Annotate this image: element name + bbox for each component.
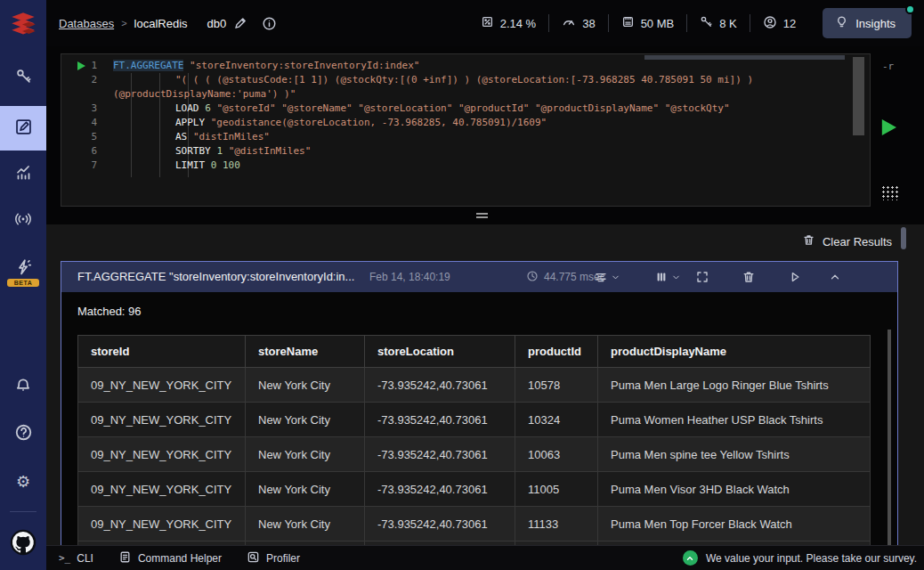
table-view-button[interactable]: [654, 262, 681, 292]
column-header[interactable]: storeId: [78, 336, 246, 368]
sidebar-item-notifications[interactable]: [0, 365, 46, 410]
code-lines[interactable]: 1FT.AGGREGATE "storeInventory:storeInven…: [61, 59, 848, 173]
command-helper-button[interactable]: Command Helper: [106, 546, 234, 570]
clear-results-button[interactable]: Clear Results: [798, 230, 896, 253]
line-number: 5: [61, 130, 113, 144]
results-table: storeIdstoreNamestoreLocationproductIdpr…: [77, 335, 871, 545]
raw-mode-toggle[interactable]: -r: [882, 61, 894, 72]
key-icon: [15, 68, 32, 88]
survey-link[interactable]: We value your input. Please take our sur…: [683, 550, 917, 566]
column-header[interactable]: storeName: [246, 336, 365, 368]
code-line[interactable]: 5AS "distInMiles": [61, 130, 848, 144]
table-cell: -73.935242,40.73061: [365, 403, 515, 437]
sidebar-item-analytics[interactable]: [0, 151, 46, 196]
insights-button[interactable]: Insights: [823, 8, 912, 38]
bell-icon: [14, 377, 32, 398]
pane-divider[interactable]: [46, 207, 924, 224]
insights-notification-dot: [905, 4, 915, 14]
editor-resize-handle-icon[interactable]: [881, 185, 898, 200]
info-icon[interactable]: [262, 16, 277, 31]
table-row[interactable]: 09_NY_NEW_YORK_CITYNew York City-73.9352…: [78, 437, 871, 472]
rerun-query-button[interactable]: [788, 262, 802, 292]
memory-icon: [621, 15, 635, 31]
table-cell: 09_NY_NEW_YORK_CITY: [78, 507, 246, 542]
db-index: db0: [207, 17, 227, 30]
card-scrollbar[interactable]: [888, 330, 891, 545]
gear-icon: ⚙: [16, 474, 30, 490]
document-icon: [118, 550, 132, 566]
column-header[interactable]: productDisplayName: [598, 336, 871, 368]
sidebar-item-browser[interactable]: [0, 55, 46, 100]
chevron-down-icon: [671, 273, 681, 282]
query-title: FT.AGGREGATE "storeInventory:storeInvent…: [77, 262, 354, 292]
profiler-search-icon: [247, 550, 260, 566]
table-cell: -73.935242,40.73061: [365, 507, 515, 542]
edit-database-icon[interactable]: [233, 16, 247, 30]
line-number: 7: [61, 159, 113, 173]
table-cell: 10324: [515, 403, 598, 437]
sidebar-item-workbench[interactable]: [0, 106, 46, 151]
chevron-down-icon: [611, 273, 620, 282]
survey-icon: [683, 550, 698, 566]
code-line[interactable]: 3LOAD 6 "@storeId" "@storeName" "@storeL…: [61, 102, 848, 116]
code-line[interactable]: (@productDisplayName:'puma') )": [61, 87, 848, 102]
query-timestamp: Feb 14, 18:40:19: [369, 262, 450, 292]
help-icon: [14, 423, 33, 445]
sidebar-item-settings[interactable]: ⚙: [0, 460, 46, 504]
view-mode-button[interactable]: [594, 262, 620, 292]
code-text: LOAD 6 "@storeId" "@storeName" "@storeLo…: [113, 102, 730, 116]
delete-result-button[interactable]: [742, 262, 756, 292]
table-row[interactable]: 09_NY_NEW_YORK_CITYNew York City-73.9352…: [78, 403, 871, 437]
fullscreen-icon: [695, 270, 709, 284]
results-table-head: storeIdstoreNamestoreLocationproductIdpr…: [78, 336, 871, 368]
minimap-viewport: [644, 55, 845, 60]
sidebar-item-github[interactable]: [0, 522, 46, 566]
commands-per-sec-value: 38: [582, 17, 595, 30]
sidebar-item-help[interactable]: [0, 411, 46, 456]
code-line[interactable]: 4APPLY "geodistance(@storeLocation, -73.…: [61, 116, 848, 130]
results-scrollbar[interactable]: [901, 227, 906, 249]
run-query-button[interactable]: [878, 116, 901, 139]
profiler-button[interactable]: Profiler: [234, 546, 312, 570]
github-icon: [10, 529, 36, 559]
clear-results-label: Clear Results: [823, 235, 892, 248]
table-cell: New York City: [246, 403, 365, 437]
breadcrumb-databases-link[interactable]: Databases: [59, 17, 114, 30]
table-cell: -73.935242,40.73061: [365, 472, 515, 507]
line-number: 4: [61, 116, 113, 130]
column-header[interactable]: storeLocation: [365, 336, 515, 368]
chevron-up-icon: [829, 271, 841, 283]
collapse-result-button[interactable]: [829, 262, 841, 292]
fullscreen-button[interactable]: [695, 262, 709, 292]
code-line[interactable]: 7LIMIT 0 100: [61, 159, 848, 173]
redis-logo-icon: [8, 12, 38, 40]
redis-logo[interactable]: [0, 0, 46, 52]
cli-button[interactable]: >_ CLI: [46, 546, 106, 570]
code-text: (@productDisplayName:'puma') )": [113, 87, 296, 102]
database-metrics: 2.14 % 38 50 MB 8 K: [468, 14, 809, 32]
sidebar-item-pubsub[interactable]: [0, 199, 46, 243]
table-row[interactable]: 09_NY_NEW_YORK_CITYNew York City-73.9352…: [78, 472, 871, 507]
line-number: 3: [61, 102, 113, 116]
query-editor[interactable]: 1FT.AGGREGATE "storeInventory:storeInven…: [61, 53, 871, 207]
table-row[interactable]: 09_NY_NEW_YORK_CITYNew York City-73.9352…: [78, 368, 871, 403]
code-text: LIMIT 0 100: [113, 159, 240, 173]
database-name: localRedis: [134, 17, 188, 30]
play-outline-icon: [788, 270, 802, 284]
chart-icon: [14, 163, 32, 184]
line-number: 1: [61, 59, 113, 73]
table-row[interactable]: 09_NY_NEW_YORK_CITYNew York City-73.9352…: [78, 507, 871, 542]
query-card-header[interactable]: FT.AGGREGATE "storeInventory:storeInvent…: [61, 262, 897, 292]
table-cell: Puma Women Heather USP Black Tshirts: [598, 403, 871, 437]
code-line[interactable]: 2"( ( ( (@statusCode:[1 1]) (@stockQty:[…: [61, 73, 848, 87]
table-cell: 09_NY_NEW_YORK_CITY: [78, 403, 246, 437]
table-cell: Puma Men spine tee Yellow Tshirts: [598, 437, 871, 472]
code-line[interactable]: 1FT.AGGREGATE "storeInventory:storeInven…: [61, 59, 848, 73]
column-header[interactable]: productId: [515, 336, 598, 368]
editor-scrollbar[interactable]: [853, 57, 864, 135]
divider-handle-icon: [476, 213, 488, 218]
query-result-card: FT.AGGREGATE "storeInventory:storeInvent…: [61, 261, 898, 545]
code-line[interactable]: 6SORTBY 1 "@distInMiles": [61, 144, 848, 159]
line-number: 2: [61, 73, 113, 87]
beta-badge: BETA: [7, 279, 39, 287]
